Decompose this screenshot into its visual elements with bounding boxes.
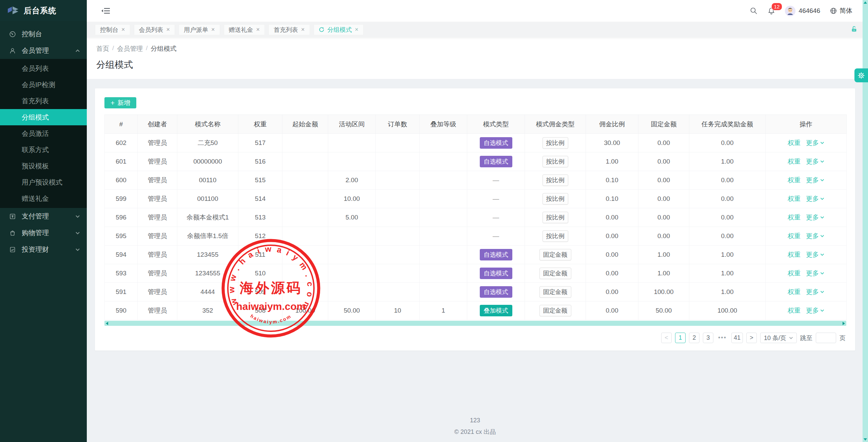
tab-label: 用户派单 [184, 26, 208, 34]
page-size-select[interactable]: 10 条/页 [760, 333, 797, 343]
tab-close-icon[interactable]: × [256, 26, 260, 33]
sidebar-item-members[interactable]: 会员管理 [0, 42, 87, 59]
more-action-link[interactable]: 更多 [806, 139, 824, 147]
mode-type-empty: — [493, 232, 499, 239]
cell-fixed-amount: 0.00 [638, 227, 689, 246]
cell-actions: 权重更多 [766, 283, 847, 301]
submenu-item-4[interactable]: 分组模式 [0, 109, 87, 125]
more-action-link[interactable]: 更多 [806, 269, 824, 278]
submenu-item-9[interactable]: 赠送礼金 [0, 190, 87, 207]
settings-button[interactable] [854, 68, 868, 82]
tab-lock-button[interactable] [850, 25, 858, 34]
submenu-item-5[interactable]: 会员激活 [0, 125, 87, 142]
vertical-scrollbar[interactable] [863, 0, 868, 442]
more-action-link[interactable]: 更多 [806, 157, 824, 166]
more-action-link[interactable]: 更多 [806, 194, 824, 203]
submenu-item-1[interactable]: 会员列表 [0, 60, 87, 77]
table-header-row: # 创建者 模式名称 权重 起始金额 活动区间 订单数 叠加等级 模式类型 模式… [105, 115, 847, 134]
weight-action-link[interactable]: 权重 [788, 214, 801, 221]
chevron-down-icon [820, 253, 824, 256]
scroll-down-icon[interactable] [864, 438, 867, 441]
sidebar-item-payments[interactable]: 支付管理 [0, 208, 87, 225]
more-action-link[interactable]: 更多 [806, 288, 824, 296]
more-action-link[interactable]: 更多 [806, 250, 824, 259]
language-label: 简体 [840, 6, 852, 15]
tab-close-icon[interactable]: × [166, 26, 170, 33]
cell-fixed-amount: 100.00 [638, 283, 689, 301]
tab-1[interactable]: 控制台× [95, 24, 130, 35]
tab-3[interactable]: 用户派单× [179, 24, 220, 35]
dashboard-icon [9, 30, 16, 38]
add-button-label: 新增 [117, 99, 130, 107]
cell-active-range: 50.00 [328, 301, 376, 320]
submenu-item-6[interactable]: 联系方式 [0, 142, 87, 158]
page-ellipsis[interactable]: ••• [717, 334, 728, 341]
cell-start-amount [282, 283, 328, 301]
col-commission-type: 模式佣金类型 [525, 115, 586, 134]
add-button[interactable]: + 新增 [104, 97, 136, 108]
more-action-link[interactable]: 更多 [806, 176, 824, 185]
submenu-item-7[interactable]: 预设模板 [0, 158, 87, 174]
cell-actions: 权重更多 [766, 227, 847, 246]
more-action-link[interactable]: 更多 [806, 232, 824, 240]
cell-active-range: 10.00 [328, 190, 376, 208]
cell-fixed-amount: 0.00 [638, 134, 689, 152]
prev-page-button[interactable]: < [661, 333, 672, 343]
tab-label: 会员列表 [139, 26, 163, 34]
submenu-item-3[interactable]: 首充列表 [0, 93, 87, 109]
breadcrumb-members[interactable]: 会员管理 [117, 44, 143, 53]
sidebar-item-investment[interactable]: 投资理财 [0, 241, 87, 258]
jump-label: 跳至 [800, 334, 812, 342]
cell-active-range: 2.00 [328, 171, 376, 190]
submenu-item-8[interactable]: 用户预设模式 [0, 174, 87, 190]
scroll-right-icon[interactable] [843, 322, 845, 325]
breadcrumb-home[interactable]: 首页 [96, 44, 109, 53]
next-page-button[interactable]: > [746, 333, 757, 343]
cell-weight: 517 [238, 134, 282, 152]
tab-close-icon[interactable]: × [301, 26, 305, 33]
cell-mode-type: 自选模式 [467, 134, 525, 152]
language-switcher[interactable]: 简体 [830, 6, 852, 15]
scroll-left-icon[interactable] [106, 322, 108, 325]
search-button[interactable] [750, 7, 758, 15]
weight-action-link[interactable]: 权重 [788, 232, 801, 239]
weight-action-link[interactable]: 权重 [788, 288, 801, 295]
weight-action-link[interactable]: 权重 [788, 158, 801, 165]
page-button-1[interactable]: 1 [675, 333, 686, 343]
tab-close-icon[interactable]: × [121, 26, 125, 33]
more-action-link[interactable]: 更多 [806, 213, 824, 222]
weight-action-link[interactable]: 权重 [788, 176, 801, 184]
tab-label: 分组模式 [328, 26, 352, 34]
cell-weight: 509 [238, 283, 282, 301]
tab-2[interactable]: 会员列表× [134, 24, 175, 35]
tab-5[interactable]: 首充列表× [269, 24, 310, 35]
sidebar-item-dashboard[interactable]: 控制台 [0, 26, 87, 42]
tab-4[interactable]: 赠送礼金× [224, 24, 265, 35]
tab-close-icon[interactable]: × [355, 26, 359, 33]
submenu-item-2[interactable]: 会员IP检测 [0, 77, 87, 93]
weight-action-link[interactable]: 权重 [788, 307, 801, 314]
sidebar-submenu-members: 会员列表会员IP检测首充列表分组模式会员激活联系方式预设模板用户预设模式赠送礼金 [0, 59, 87, 208]
topbar-right: 12 464646 简体 [750, 6, 852, 16]
notifications-button[interactable]: 12 [767, 7, 775, 15]
more-action-link[interactable]: 更多 [806, 306, 824, 315]
weight-action-link[interactable]: 权重 [788, 251, 801, 258]
horizontal-scrollbar[interactable] [104, 321, 846, 326]
refresh-icon-wrap[interactable] [319, 27, 324, 33]
cell-creator: 管理员 [138, 190, 177, 208]
weight-action-link[interactable]: 权重 [788, 195, 801, 202]
tab-6[interactable]: 分组模式× [314, 24, 364, 35]
weight-action-link[interactable]: 权重 [788, 270, 801, 277]
cell-actions: 权重更多 [766, 264, 847, 283]
user-menu[interactable]: 464646 [785, 6, 820, 16]
page-button-last[interactable]: 41 [731, 333, 743, 343]
jump-page-input[interactable] [816, 333, 836, 343]
col-commission-ratio: 佣金比例 [586, 115, 638, 134]
page-button-2[interactable]: 2 [689, 333, 699, 343]
tab-close-icon[interactable]: × [211, 26, 215, 33]
scroll-up-icon[interactable] [864, 1, 867, 4]
sidebar-item-shopping[interactable]: 购物管理 [0, 225, 87, 241]
page-button-3[interactable]: 3 [703, 333, 713, 343]
weight-action-link[interactable]: 权重 [788, 139, 801, 146]
sidebar-collapse-button[interactable] [101, 6, 111, 15]
